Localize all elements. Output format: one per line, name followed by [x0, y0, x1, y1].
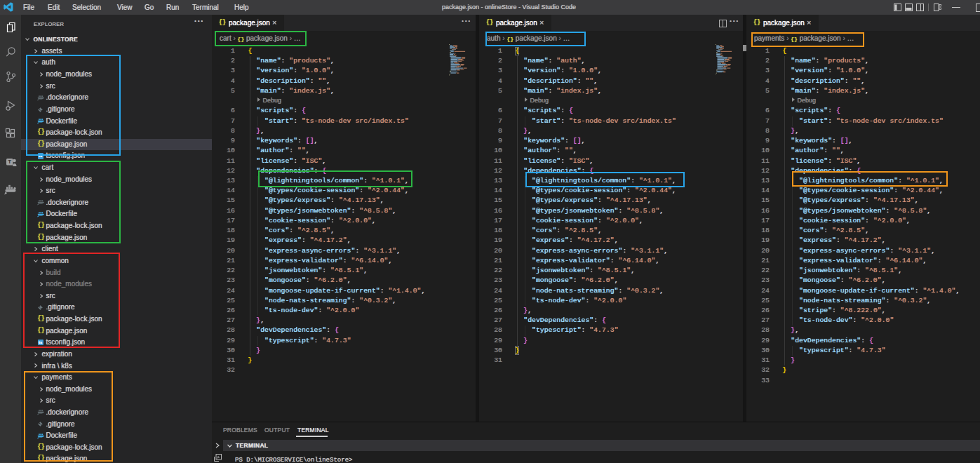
svg-text:T: T — [8, 159, 11, 165]
